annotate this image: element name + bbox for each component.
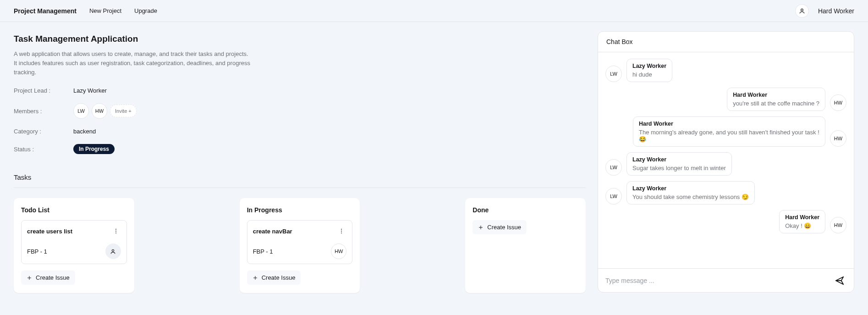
message-sender: Lazy Worker (632, 63, 666, 69)
plus-icon (27, 275, 32, 281)
svg-point-5 (341, 229, 342, 230)
svg-point-3 (115, 233, 116, 234)
svg-point-7 (341, 233, 342, 234)
task-assignee[interactable]: HW (331, 243, 346, 259)
board-column-done: Done Create Issue (465, 198, 586, 293)
app-brand[interactable]: Project Management (14, 7, 77, 15)
create-issue-label: Create Issue (36, 274, 70, 281)
board-column-inprogress: In Progress create navBar FBP - 1 HW (240, 198, 360, 293)
svg-point-2 (115, 231, 116, 232)
task-title: create navBar (253, 228, 292, 235)
user-icon (799, 8, 805, 14)
task-card[interactable]: create users list FBP - 1 (21, 220, 127, 264)
chat-messages: LWLazy Workerhi dudeHard Workeryou're st… (598, 52, 854, 268)
message-sender: Hard Worker (639, 121, 819, 127)
message-text: you're still at the coffe machine ? (733, 100, 819, 107)
new-project-link[interactable]: New Project (89, 7, 121, 14)
member-avatar[interactable]: LW (73, 103, 89, 119)
user-icon (110, 249, 116, 254)
members-row: LW HW Invite + (73, 103, 586, 119)
message-bubble: Lazy WorkerSugar takes longer to melt in… (626, 152, 732, 176)
message-avatar: LW (605, 188, 622, 204)
plus-icon (253, 275, 258, 281)
divider (14, 188, 586, 188)
message-bubble: Hard WorkerThe morning's already gone, a… (633, 116, 825, 147)
create-issue-button[interactable]: Create Issue (21, 271, 75, 285)
upgrade-link[interactable]: Upgrade (134, 7, 157, 14)
plus-icon (478, 225, 483, 230)
send-button[interactable] (832, 273, 847, 288)
chat-message: LWLazy Workerhi dude (605, 59, 846, 82)
message-sender: Lazy Worker (632, 185, 749, 192)
member-avatar[interactable]: HW (92, 103, 107, 119)
header-left: Project Management New Project Upgrade (14, 7, 157, 15)
lead-value: Lazy Worker (73, 87, 586, 94)
invite-member-button[interactable]: Invite + (110, 105, 137, 117)
svg-point-1 (115, 229, 116, 230)
column-title: Done (472, 206, 578, 214)
task-menu-button[interactable] (111, 226, 121, 236)
column-title: In Progress (247, 206, 353, 214)
chat-input[interactable] (604, 276, 826, 285)
svg-point-6 (341, 231, 342, 232)
user-name: Hard Worker (818, 7, 854, 15)
message-bubble: Hard Workeryou're still at the coffe mac… (727, 88, 825, 111)
svg-point-0 (801, 9, 803, 11)
chat-message: Hard WorkerOkay ! 😄HW (605, 210, 846, 233)
status-label: Status : (14, 146, 73, 153)
user-avatar[interactable] (795, 4, 809, 18)
project-title: Task Management Application (14, 34, 586, 44)
app-header: Project Management New Project Upgrade H… (0, 0, 868, 22)
create-issue-label: Create Issue (262, 274, 296, 281)
task-assignee[interactable] (105, 243, 121, 259)
chat-message: LWLazy WorkerSugar takes longer to melt … (605, 152, 846, 176)
create-issue-button[interactable]: Create Issue (472, 220, 527, 234)
column-title: Todo List (21, 206, 127, 214)
message-sender: Hard Worker (733, 92, 819, 98)
create-issue-label: Create Issue (487, 224, 521, 231)
create-issue-button[interactable]: Create Issue (247, 271, 301, 285)
message-sender: Hard Worker (785, 214, 819, 221)
message-avatar: LW (605, 159, 622, 176)
task-title: create users list (27, 228, 72, 235)
lead-label: Project Lead : (14, 87, 73, 94)
message-bubble: Lazy WorkerYou should take some chemistr… (626, 181, 755, 204)
message-text: Okay ! 😄 (785, 222, 819, 229)
message-text: The morning's already gone, and you stil… (639, 129, 819, 143)
chat-input-row (598, 268, 854, 292)
message-bubble: Hard WorkerOkay ! 😄 (779, 210, 825, 233)
task-card[interactable]: create navBar FBP - 1 HW (247, 220, 353, 264)
header-right: Hard Worker (795, 4, 854, 18)
more-vertical-icon (338, 228, 345, 234)
message-avatar: HW (830, 130, 846, 147)
project-description: A web application that allows users to c… (14, 50, 252, 77)
task-menu-button[interactable] (336, 226, 346, 236)
more-vertical-icon (113, 228, 119, 234)
members-label: Members : (14, 108, 73, 115)
tasks-heading: Tasks (14, 173, 586, 181)
main-content: Task Management Application A web applic… (14, 31, 586, 293)
message-text: hi dude (632, 71, 666, 78)
project-meta: Project Lead : Lazy Worker Members : LW … (14, 87, 586, 154)
send-icon (835, 276, 845, 286)
message-bubble: Lazy Workerhi dude (626, 59, 672, 82)
category-label: Category : (14, 128, 73, 135)
status-badge: In Progress (73, 144, 115, 154)
svg-point-4 (112, 249, 114, 251)
chat-message: Hard WorkerThe morning's already gone, a… (605, 116, 846, 147)
chat-message: LWLazy WorkerYou should take some chemis… (605, 181, 846, 204)
category-value: backend (73, 128, 586, 135)
chat-box: Chat Box LWLazy Workerhi dudeHard Worker… (598, 31, 854, 293)
message-avatar: HW (830, 94, 846, 111)
chat-title: Chat Box (598, 32, 854, 52)
board-column-todo: Todo List create users list FBP - 1 (14, 198, 134, 293)
task-code: FBP - 1 (253, 248, 273, 255)
message-text: You should take some chemistry lessons 😏 (632, 193, 749, 200)
message-sender: Lazy Worker (632, 156, 726, 163)
message-text: Sugar takes longer to melt in winter (632, 165, 726, 171)
message-avatar: HW (830, 217, 846, 233)
task-code: FBP - 1 (27, 248, 47, 255)
task-board: Todo List create users list FBP - 1 (14, 198, 586, 293)
message-avatar: LW (605, 66, 622, 82)
chat-message: Hard Workeryou're still at the coffe mac… (605, 88, 846, 111)
